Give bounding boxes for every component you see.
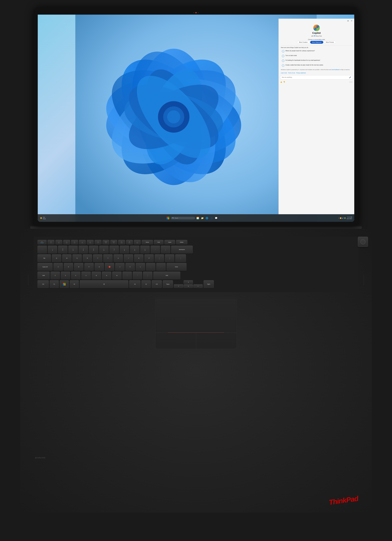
thumbs-up-icon[interactable]: 👍 [280, 81, 282, 83]
battery-icon[interactable]: 🔋 [344, 217, 346, 219]
refresh-icon[interactable]: ↺ [350, 20, 353, 22]
key-equals[interactable]: + = [161, 246, 170, 254]
key-6[interactable]: ^ 6 [99, 246, 109, 254]
key-n[interactable]: N [102, 272, 111, 279]
key-pgdn[interactable]: PgDn [204, 280, 214, 288]
key-enter[interactable]: Enter [167, 263, 187, 271]
key-f7[interactable]: ⊡ F7 [94, 240, 102, 244]
suggestion-item-1[interactable]: ✧ Where do people travel for culinary ex… [280, 49, 353, 53]
chevron-up-icon[interactable]: ∧ [338, 217, 339, 219]
style-precise-btn[interactable]: More Precise [324, 41, 336, 44]
key-o[interactable]: O [134, 254, 144, 262]
key-2[interactable]: @ 2 [58, 246, 68, 254]
key-s[interactable]: S [64, 263, 73, 271]
key-9[interactable]: ( 9 [130, 246, 140, 254]
mic-icon[interactable]: 🎤 [349, 76, 351, 78]
key-quote[interactable]: " ' [156, 263, 166, 271]
key-shift-right[interactable]: Shift [153, 272, 180, 279]
key-pgup[interactable]: PgUp [163, 280, 173, 288]
key-x[interactable]: X [61, 272, 70, 279]
key-space[interactable]: ☀ [80, 280, 128, 288]
key-minus[interactable]: — - [151, 246, 160, 254]
key-home[interactable]: Home [142, 240, 153, 244]
key-shift-left[interactable]: Shift [37, 272, 50, 279]
key-arrow-right[interactable]: > [193, 284, 203, 288]
key-d[interactable]: D [74, 263, 84, 271]
fingerprint-button[interactable] [358, 237, 368, 247]
suggestion-item-3[interactable]: ✧ I'm looking for handmade furniture for… [280, 59, 353, 63]
key-f9[interactable]: PrtSc F9 [110, 240, 117, 244]
terms-link[interactable]: Terms of use [288, 72, 295, 73]
key-arrow-up[interactable]: ∧ [183, 280, 193, 284]
suggestion-item-4[interactable]: ✧ Create a table that helps me plan meal… [280, 63, 353, 68]
style-creative-btn[interactable]: More Creative [297, 41, 310, 44]
key-l[interactable]: L [136, 263, 145, 271]
key-f1[interactable]: ★ F1 [47, 240, 54, 244]
key-period[interactable]: > . [133, 272, 142, 279]
key-k[interactable]: K [125, 263, 135, 271]
time-block[interactable]: 11:11 AM 10/27/2023 [347, 216, 352, 219]
key-alt-left[interactable]: Alt [70, 280, 79, 288]
feedback-link[interactable]: send feedback [331, 69, 339, 70]
key-backslash[interactable]: | \ [175, 254, 186, 262]
key-tab[interactable]: Tab [37, 254, 51, 262]
key-3[interactable]: # 3 [68, 246, 78, 254]
key-f2[interactable]: ◁ F2 [55, 240, 62, 244]
trackpad[interactable] [155, 297, 237, 349]
key-ctrl-left[interactable]: Ctrl [37, 280, 49, 288]
key-tilde[interactable]: ~ ` [37, 246, 47, 254]
key-t[interactable]: T [93, 254, 102, 262]
key-open-bracket[interactable]: { [ [155, 254, 164, 262]
key-backspace[interactable]: Backspace [171, 246, 193, 254]
learn-more-link[interactable]: Learn more [281, 72, 287, 73]
key-4[interactable]: $ 4 [78, 246, 88, 254]
key-z[interactable]: Z [50, 272, 60, 279]
key-fn[interactable]: Fn [50, 280, 59, 288]
taskbar-app-1[interactable]: 🌅 [196, 216, 200, 220]
key-0[interactable]: ) 0 [140, 246, 150, 254]
key-c[interactable]: C [71, 272, 80, 279]
trackpad-button-right[interactable] [196, 333, 237, 349]
trackpad-button-left[interactable] [156, 333, 196, 349]
key-5[interactable]: % 5 [89, 246, 98, 254]
key-capslock[interactable]: CapsLock [37, 263, 53, 271]
key-r[interactable]: R [83, 254, 92, 262]
key-semicolon[interactable]: : ; [146, 263, 155, 271]
key-f11[interactable]: ⊠ F11 [126, 240, 133, 244]
key-f10[interactable]: ⊟ F10 [118, 240, 125, 244]
key-y[interactable]: Y [103, 254, 113, 262]
chat-input-area[interactable]: 🎤 [280, 75, 353, 79]
key-f[interactable]: F [84, 263, 94, 271]
volume-icon[interactable]: 🔊 [342, 217, 344, 219]
key-slash[interactable]: ? / [143, 272, 152, 279]
taskbar-app-edge[interactable]: ⬡ [210, 216, 214, 220]
key-u[interactable]: U [114, 254, 123, 262]
key-delete[interactable]: Delete [176, 240, 187, 244]
trackpoint[interactable] [109, 266, 110, 268]
key-q[interactable]: Q [52, 254, 61, 262]
key-esc[interactable]: Esc FnLock [37, 240, 47, 244]
key-i[interactable]: I [124, 254, 133, 262]
key-e[interactable]: E [72, 254, 82, 262]
privacy-link[interactable]: Privacy statement [296, 72, 306, 73]
key-w[interactable]: W [62, 254, 72, 262]
key-comma[interactable]: < , [122, 272, 132, 279]
key-close-bracket[interactable]: } ] [165, 254, 174, 262]
search-bar[interactable]: 🔍 Search [171, 217, 195, 219]
grid-icon[interactable]: ⊞ [347, 20, 349, 22]
key-8[interactable]: * 8 [120, 246, 129, 254]
key-f5[interactable]: ☆ F5 [79, 240, 86, 244]
key-insert[interactable]: Insert [164, 240, 175, 244]
key-m[interactable]: M [112, 272, 122, 279]
chat-input[interactable] [282, 77, 348, 78]
key-ctrl-right[interactable]: Ctrl [152, 280, 162, 288]
key-h[interactable]: H [105, 263, 114, 271]
key-copilot[interactable]: ⊙ [141, 280, 151, 288]
key-j[interactable]: J [115, 263, 125, 271]
key-v[interactable]: V [81, 272, 91, 279]
key-end[interactable]: End [154, 240, 163, 244]
key-7[interactable]: & 7 [110, 246, 119, 254]
key-windows[interactable] [60, 280, 69, 288]
thumbs-down-icon[interactable]: 👎 [283, 81, 285, 83]
key-g[interactable]: G [94, 263, 104, 271]
